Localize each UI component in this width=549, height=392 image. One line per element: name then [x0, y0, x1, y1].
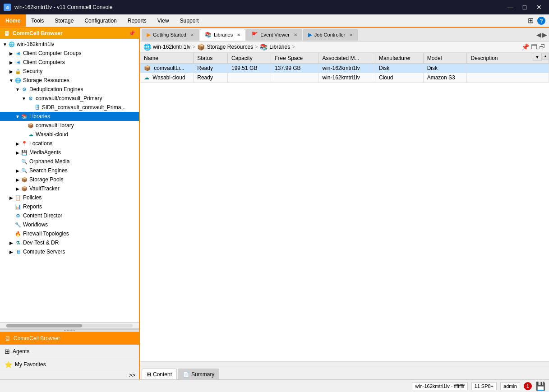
tree-item-ma[interactable]: ▶ 💾 MediaAgents: [0, 148, 139, 157]
tree-item-root[interactable]: ▼ 🌐 win-162kmtri1lv: [0, 40, 139, 49]
help-icon[interactable]: ?: [537, 17, 545, 25]
col-header-model[interactable]: Model: [423, 53, 467, 64]
nav-commcell-browser[interactable]: 🖥 CommCell Browser: [0, 332, 139, 345]
root-icon: 🌐: [8, 41, 15, 48]
close-button[interactable]: ✕: [533, 3, 545, 12]
expander-ma[interactable]: ▶: [14, 150, 21, 155]
tab-job-controller[interactable]: ▶ Job Controller ✕: [303, 29, 358, 41]
tab-close-lib[interactable]: ✕: [237, 32, 240, 37]
expander-cs[interactable]: ▶: [8, 249, 14, 254]
tab-close-jc[interactable]: ✕: [349, 32, 353, 37]
tree-item-cs[interactable]: ▶ 🖥 Compute Servers: [0, 247, 139, 256]
nav-more[interactable]: >>: [0, 371, 139, 379]
filter-icon[interactable]: ⊞: [528, 16, 534, 25]
breadcrumb-lib[interactable]: 📚 Libraries: [260, 43, 290, 51]
col-header-status[interactable]: Status: [194, 53, 228, 64]
title-bar: 🖥 win-162kmtri1lv - v11 Commcell Console…: [0, 0, 549, 14]
pin-icon[interactable]: 📌: [129, 30, 135, 37]
save-icon[interactable]: 💾: [535, 381, 545, 391]
expander-sp[interactable]: ▶: [14, 177, 21, 182]
menu-configuration[interactable]: Configuration: [79, 14, 122, 27]
expander-root[interactable]: ▼: [2, 42, 8, 47]
col-header-name[interactable]: Name: [140, 53, 194, 64]
tree-label-ccg: Client Computer Groups: [23, 50, 81, 56]
menu-tools[interactable]: Tools: [26, 14, 49, 27]
expander-dr[interactable]: ▶: [8, 240, 14, 245]
tree-item-sp[interactable]: ▶ 📦 Storage Pools: [0, 175, 139, 184]
tree-item-wasabi[interactable]: ☁ Wasabi-cloud: [0, 130, 139, 139]
expander-ccg[interactable]: ▶: [8, 51, 14, 56]
tab-close-gs[interactable]: ✕: [190, 32, 194, 37]
bottom-tab-content[interactable]: ⊞ Content: [142, 369, 177, 379]
tree-item-cvp[interactable]: ▼ ⚙ comvault/comvault_Primary: [0, 94, 139, 103]
tree-item-lib[interactable]: ▼ 📚 Libraries: [0, 112, 139, 121]
menu-home[interactable]: Home: [0, 14, 26, 27]
maximize-button[interactable]: □: [518, 3, 531, 12]
tree-item-pol[interactable]: ▶ 📋 Policies: [0, 193, 139, 202]
tree-item-se[interactable]: ▶ 🔍 Search Engines: [0, 166, 139, 175]
collapse-icon[interactable]: ▼: [533, 53, 542, 61]
menu-reports[interactable]: Reports: [122, 14, 152, 27]
tree-item-sec[interactable]: ▶ 🔒 Security: [0, 67, 139, 76]
breadcrumb-sr[interactable]: 📦 Storage Resources: [197, 43, 253, 51]
tree-area[interactable]: ▼ 🌐 win-162kmtri1lv ▶ ⊞ Client Computer …: [0, 39, 139, 322]
expander-sr[interactable]: ▼: [8, 78, 14, 83]
maximize-breadcrumb-icon[interactable]: 🗖: [531, 43, 537, 51]
tab-prev-button[interactable]: ◀: [536, 31, 541, 38]
tab-next-button[interactable]: ▶: [542, 31, 547, 38]
tree-item-sidb[interactable]: 🗄 SIDB_comvault_comvault_Prima...: [0, 103, 139, 112]
table-row[interactable]: ☁ Wasabi-cloud Ready win-162kmtri1lv Clo…: [140, 73, 549, 83]
tab-event-viewer[interactable]: 🚩 Event Viewer ✕: [246, 29, 302, 41]
expander-lib[interactable]: ▼: [14, 114, 21, 119]
pin-breadcrumb-icon[interactable]: 📌: [521, 43, 529, 51]
menu-view[interactable]: View: [152, 14, 175, 27]
row0-name-icon: 📦: [144, 65, 151, 71]
nav-agents[interactable]: ⊞ Agents: [0, 345, 139, 358]
expander-vt[interactable]: ▶: [14, 186, 21, 191]
expander-se[interactable]: ▶: [14, 168, 21, 173]
breadcrumb-root[interactable]: 🌐 win-162kmtri1lv: [143, 43, 190, 51]
tree-item-rep[interactable]: 📊 Reports: [0, 202, 139, 211]
menu-support[interactable]: Support: [175, 14, 204, 27]
tree-item-de[interactable]: ▼ ⚙ Deduplication Engines: [0, 85, 139, 94]
expander-sec[interactable]: ▶: [8, 69, 14, 74]
cell-manufacturer-1: Cloud: [375, 73, 424, 83]
tree-item-sr[interactable]: ▼ 🌐 Storage Resources: [0, 76, 139, 85]
table-row[interactable]: 📦 comvaultLi... Ready 199.51 GB 137.99 G…: [140, 64, 549, 73]
col-header-capacity[interactable]: Capacity: [228, 53, 271, 64]
horizontal-scroll-bottom[interactable]: [140, 361, 549, 367]
tree-item-om[interactable]: 🔍 Orphaned Media: [0, 157, 139, 166]
bottom-tab-summary[interactable]: 📄 Summary: [178, 369, 219, 379]
tree-item-vt[interactable]: ▶ 📦 VaultTracker: [0, 184, 139, 193]
tree-item-cd[interactable]: ⚙ Content Director: [0, 211, 139, 220]
expander-pol[interactable]: ▶: [8, 195, 14, 200]
col-header-manufacturer[interactable]: Manufacturer: [375, 53, 424, 64]
tree-item-ccg[interactable]: ▶ ⊞ Client Computer Groups: [0, 49, 139, 58]
tree-item-dr[interactable]: ▶ ⚗ Dev-Test & DR: [0, 238, 139, 247]
expander-cc[interactable]: ▶: [8, 60, 14, 65]
vertical-scroll-top[interactable]: ▲: [542, 53, 549, 60]
tree-item-cc[interactable]: ▶ ⊞ Client Computers: [0, 58, 139, 67]
expander-loc[interactable]: ▶: [14, 141, 21, 146]
expander-de[interactable]: ▼: [14, 87, 21, 92]
tree-item-wf[interactable]: 🔧 Workflows: [0, 220, 139, 229]
minimize-button[interactable]: —: [504, 3, 517, 12]
horizontal-scrollbar[interactable]: [0, 322, 139, 328]
tab-getting-started[interactable]: ▶ Getting Started ✕: [142, 29, 199, 41]
nav-myfavorites[interactable]: ⭐ My Favorites: [0, 358, 139, 371]
cell-name-0: 📦 comvaultLi...: [140, 64, 194, 73]
expander-cvp[interactable]: ▼: [21, 96, 27, 101]
tab-close-ev[interactable]: ✕: [294, 32, 297, 37]
tab-libraries[interactable]: 📚 Libraries ✕: [200, 29, 245, 41]
tree-label-cc: Client Computers: [23, 59, 65, 65]
menu-storage[interactable]: Storage: [49, 14, 79, 27]
restore-breadcrumb-icon[interactable]: 🗗: [539, 43, 545, 51]
tree-item-cvl[interactable]: 📦 comvaultLibrary: [0, 121, 139, 130]
col-header-freespace[interactable]: Free Space: [271, 53, 318, 64]
status-alert-icon[interactable]: 1: [524, 382, 532, 390]
col-header-associated[interactable]: Associated M...: [318, 53, 375, 64]
tree-item-ft[interactable]: 🔥 Firewall Topologies: [0, 229, 139, 238]
breadcrumb-root-icon: 🌐: [143, 43, 151, 51]
cell-capacity-1: [228, 73, 271, 83]
tree-item-loc[interactable]: ▶ 📍 Locations: [0, 139, 139, 148]
